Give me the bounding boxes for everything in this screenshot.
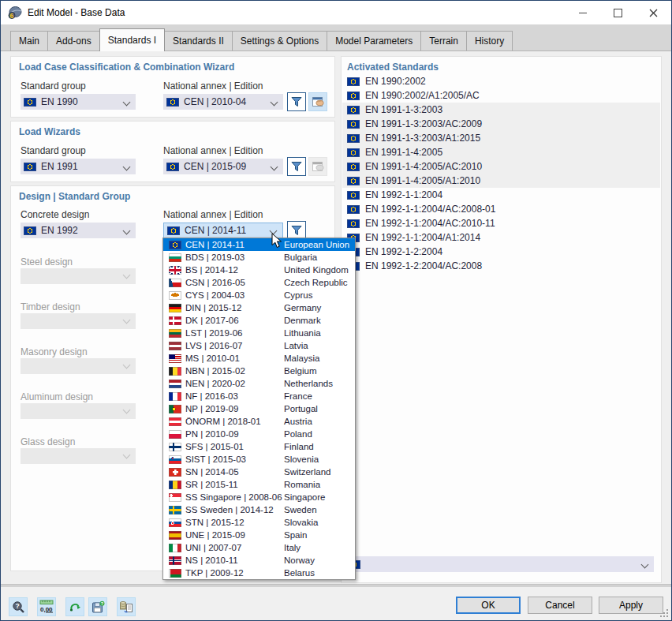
annex-country: Belgium [284,366,317,376]
annex-country: Portugal [284,404,318,413]
activated-standard-row[interactable]: EN 1992-1-1:2004/AC:2008-01 [342,202,660,216]
ok-button[interactable]: OK [456,597,521,614]
annex-option[interactable]: NP | 2019-09 Portugal [163,402,355,415]
annex-option[interactable]: TKP | 2009-12 Belarus [163,567,355,579]
activated-standard-row[interactable]: EN 1990:2002/A1:2005/AC [342,88,660,103]
annex-option[interactable]: SR | 2015-11 Romania [163,478,355,491]
country-flag-icon [169,354,181,363]
country-flag-icon [169,531,181,540]
design-annex-combobox[interactable]: CEN | 2014-11 [163,223,283,238]
annex-code: MS | 2010-01 [185,354,240,363]
copy-from-model-button[interactable] [117,597,136,616]
annex-option[interactable]: STN | 2015-12 Slovakia [163,516,355,529]
activated-standard-row[interactable]: EN 1990:2002 [342,74,660,88]
lcc-standard-group-combobox[interactable]: EN 1990 [21,94,136,110]
wizards-filter-button[interactable] [287,157,306,176]
annex-option[interactable]: LST | 2019-06 Lithuania [163,327,355,339]
annex-option[interactable]: BS | 2014-12 United Kingdom [163,264,355,276]
send-model-button[interactable] [65,597,84,616]
activated-standard-row[interactable]: EN 1991-1-3:2003/A1:2015 [342,131,660,145]
units-settings-button[interactable]: 0,00 [37,597,56,616]
annex-option[interactable]: UNE | 2015-09 Spain [163,529,355,541]
load-wizards-title: Load Wizards [19,126,80,137]
annex-option[interactable]: MS | 2010-01 Malaysia [163,352,355,365]
design-type-combobox[interactable] [21,313,136,329]
concrete-design-combobox[interactable]: EN 1992 [21,223,136,238]
standard-label: EN 1992-1-1:2004 [365,189,442,200]
activated-standard-row[interactable]: EN 1992-1-1:2004 [342,188,660,202]
annex-option[interactable]: SS Singapore | 2008-06 Singapore [163,491,355,503]
design-type-combobox[interactable] [21,268,136,284]
annex-option[interactable]: SIST | 2015-03 Slovenia [163,453,355,466]
wizards-new-annex-button[interactable] [308,157,327,176]
decimal-places-icon: 0,00 [39,600,54,614]
annex-option[interactable]: LVS | 2016-07 Latvia [163,339,355,352]
tab[interactable]: Standards I [99,28,165,51]
annex-country: Netherlands [284,379,333,388]
mouse-cursor [271,233,282,249]
close-button[interactable] [636,1,671,24]
activated-standard-row[interactable]: EN 1991-1-4:2005/AC:2010 [342,159,660,174]
lcc-filter-button[interactable] [287,92,306,111]
annex-option[interactable]: UNI | 2007-07 Italy [163,541,355,554]
tab[interactable]: Model Parameters [327,31,421,51]
annex-code: SIST | 2015-03 [185,455,246,464]
annex-country: Sweden [284,505,317,514]
save-template-button[interactable]: ? [88,597,107,616]
cancel-button[interactable]: Cancel [528,597,592,614]
standard-label: EN 1990:2002 [365,76,426,87]
annex-option[interactable]: NS | 2010-11 Norway [163,554,355,567]
tab[interactable]: History [466,31,513,51]
annex-option[interactable]: CEN | 2014-11 European Union [163,238,355,251]
maximize-button[interactable] [600,1,636,24]
help-button[interactable]: ? [9,597,28,616]
apply-button[interactable]: Apply [599,597,663,614]
activated-standard-row[interactable]: EN 1991-1-4:2005 [342,145,660,159]
svg-text:0,00: 0,00 [40,606,53,613]
annex-option[interactable]: PN | 2010-09 Poland [163,428,355,440]
annex-option[interactable]: NBN | 2015-02 Belgium [163,365,355,377]
tab[interactable]: Add-ons [47,31,100,51]
activated-standard-row[interactable]: EN 1992-1-1:2004/A1:2014 [342,230,660,245]
annex-option[interactable]: NF | 2016-03 France [163,390,355,402]
country-flag-icon [169,518,181,527]
wizards-standard-group-value: EN 1991 [41,161,78,172]
wizards-annex-combobox[interactable]: CEN | 2015-09 [163,159,283,174]
activated-standard-row[interactable]: EN 1992-1-1:2004/AC:2010-11 [342,216,660,230]
design-type-combobox[interactable] [21,403,136,419]
activated-standard-row[interactable]: EN 1992-1-2:2004 [342,245,660,259]
lcc-new-annex-button[interactable] [308,92,327,111]
tab[interactable]: Main [10,31,48,51]
cancel-label: Cancel [545,600,574,611]
annex-option[interactable]: DIN | 2015-12 Germany [163,301,355,314]
annex-option[interactable]: SS Sweden | 2014-12 Sweden [163,503,355,516]
tab[interactable]: Standards II [164,31,233,51]
standards-filter-combobox[interactable] [345,556,654,572]
annex-option[interactable]: ÖNORM | 2018-01 Austria [163,415,355,428]
minimize-button[interactable] [565,1,600,24]
annex-option[interactable]: NEN | 2020-02 Netherlands [163,377,355,390]
annex-option[interactable]: BDS | 2019-03 Bulgaria [163,251,355,264]
annex-code: SN | 2014-05 [185,467,239,477]
design-type-combobox[interactable] [21,448,136,464]
annex-option[interactable]: SFS | 2015-01 Finland [163,440,355,453]
activated-standard-row[interactable]: EN 1991-1-4:2005/A1:2010 [342,174,660,188]
activated-standards-list: EN 1990:2002 EN 1990:2002/A1:2005/AC EN … [342,74,660,273]
tab[interactable]: Settings & Options [232,31,327,51]
annex-option[interactable]: SN | 2014-05 Switzerland [163,466,355,478]
annex-country: Norway [284,556,315,565]
activated-standard-row[interactable]: EN 1991-1-3:2003 [342,103,660,117]
design-type-combobox[interactable] [21,358,136,374]
design-type-label: Glass design [21,436,136,447]
lcc-annex-combobox[interactable]: CEN | 2010-04 [163,94,283,110]
activated-standard-row[interactable]: EN 1991-1-3:2003/AC:2009 [342,117,660,131]
annex-option[interactable]: CYS | 2004-03 Cyprus [163,289,355,301]
lcc-section-title: Load Case Classification & Combination W… [19,62,234,73]
annex-option[interactable]: CSN | 2016-05 Czech Republic [163,276,355,289]
wizards-standard-group-combobox[interactable]: EN 1991 [21,159,136,174]
country-flag-icon [169,544,181,552]
activated-standard-row[interactable]: EN 1992-1-2:2004/AC:2008 [342,259,660,273]
tab[interactable]: Terrain [420,31,467,51]
resize-grip[interactable] [659,608,669,618]
annex-option[interactable]: DK | 2017-06 Denmark [163,314,355,327]
